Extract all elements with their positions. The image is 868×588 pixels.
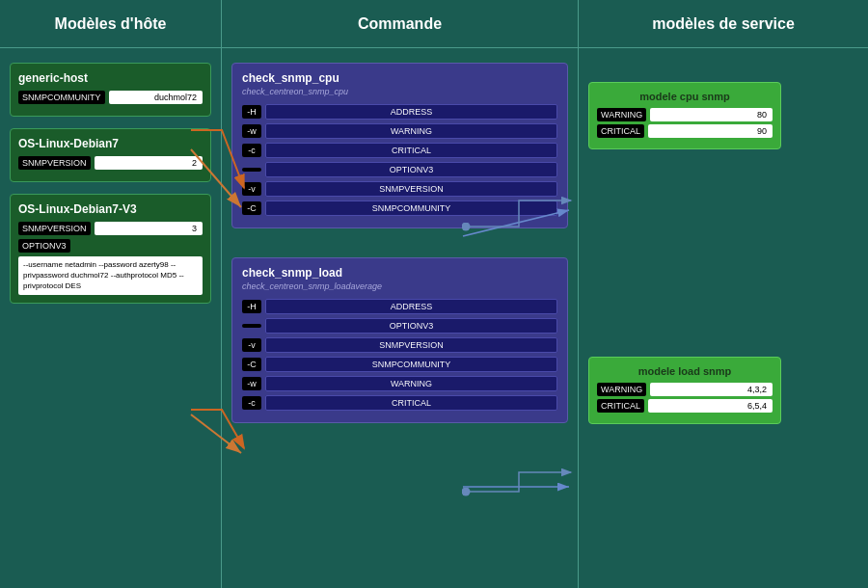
- main-content: generic-host SNMPCOMMUNITY duchmol72 OS-…: [0, 48, 868, 588]
- cmd-param-C: -C: [242, 201, 261, 215]
- cmd-param-load-h: -H: [242, 300, 261, 313]
- cmd-row-h: -H ADDRESS: [242, 104, 557, 120]
- field-label-snmpversion-v3: SNMPVERSION: [18, 222, 91, 235]
- command-title-cpu: check_snmp_cpu: [242, 71, 557, 85]
- cmd-row-load-w: -w WARNING: [242, 376, 557, 391]
- service-value-warning: 80: [650, 108, 773, 121]
- service-wrapper-load: modele load snmp WARNING 4,3,2 CRITICAL …: [588, 357, 858, 424]
- host-card-debian7-v3: OS-Linux-Debian7-V3 SNMPVERSION 3 OPTION…: [10, 194, 211, 304]
- service-field-critical: CRITICAL 90: [597, 124, 773, 138]
- cmd-row-load-C: -C SNMPCOMMUNITY: [242, 357, 557, 372]
- cmd-row-C: -C SNMPCOMMUNITY: [242, 200, 557, 216]
- cmd-value-load-warning: WARNING: [265, 376, 557, 391]
- field-value-multiline: --username netadmin --password azerty98 …: [18, 256, 203, 295]
- field-value-snmpversion-v3: 3: [95, 222, 203, 235]
- host-title-debian7-v3: OS-Linux-Debian7-V3: [18, 202, 203, 216]
- cmd-value-optionv3: OPTIONV3: [265, 162, 557, 177]
- cmd-value-critical: CRITICAL: [265, 143, 557, 158]
- host-field-snmpversion-v3: SNMPVERSION 3: [18, 222, 203, 235]
- host-card-generic: generic-host SNMPCOMMUNITY duchmol72: [10, 63, 211, 117]
- cmd-value-load-optionv3: OPTIONV3: [265, 318, 557, 334]
- cmd-row-load-optionv3: OPTIONV3: [242, 318, 557, 334]
- service-title-cpu: modele cpu snmp: [597, 91, 773, 102]
- command-card-load: check_snmp_load check_centreon_snmp_load…: [231, 257, 568, 423]
- cmd-param-v: -v: [242, 182, 261, 196]
- header-hosts-label: Modèles d'hôte: [55, 15, 167, 33]
- field-label-snmpversion: SNMPVERSION: [18, 156, 91, 170]
- service-card-cpu: modele cpu snmp WARNING 80 CRITICAL 90: [588, 82, 781, 149]
- host-title-generic: generic-host: [18, 71, 203, 85]
- command-card-cpu: check_snmp_cpu check_centreon_snmp_cpu -…: [231, 63, 568, 228]
- cmd-value-snmpcommunity: SNMPCOMMUNITY: [265, 200, 557, 216]
- service-field-load-warning: WARNING 4,3,2: [597, 383, 773, 396]
- services-panel: modele cpu snmp WARNING 80 CRITICAL 90 m…: [579, 48, 868, 588]
- service-title-load: modele load snmp: [597, 365, 773, 377]
- cmd-value-address: ADDRESS: [265, 104, 557, 120]
- cmd-param-empty1: [242, 168, 261, 172]
- host-field-optionv3: OPTIONV3: [18, 239, 203, 253]
- service-label-load-critical: CRITICAL: [597, 399, 644, 413]
- command-panel: check_snmp_cpu check_centreon_snmp_cpu -…: [222, 48, 579, 588]
- cmd-value-load-snmpcommunity: SNMPCOMMUNITY: [265, 357, 557, 372]
- cmd-row-v: -v SNMPVERSION: [242, 181, 557, 197]
- service-field-load-critical: CRITICAL 6,5,4: [597, 399, 773, 413]
- header: Modèles d'hôte Commande modèles de servi…: [0, 0, 868, 48]
- service-card-load: modele load snmp WARNING 4,3,2 CRITICAL …: [588, 357, 781, 424]
- cmd-row-load-h: -H ADDRESS: [242, 299, 557, 314]
- service-wrapper-cpu: modele cpu snmp WARNING 80 CRITICAL 90: [588, 82, 858, 149]
- command-title-load: check_snmp_load: [242, 266, 557, 280]
- field-value-community: duchmol72: [109, 91, 203, 104]
- service-label-load-warning: WARNING: [597, 383, 646, 396]
- service-value-load-warning: 4,3,2: [650, 383, 773, 396]
- cmd-param-load-w: -w: [242, 377, 261, 390]
- hosts-panel: generic-host SNMPCOMMUNITY duchmol72 OS-…: [0, 48, 222, 588]
- cmd-param-w: -w: [242, 124, 261, 138]
- header-services: modèles de service: [579, 0, 868, 47]
- cmd-param-c: -c: [242, 144, 261, 157]
- cmd-param-load-v: -v: [242, 338, 261, 352]
- service-label-warning: WARNING: [597, 108, 646, 121]
- cmd-value-warning: WARNING: [265, 123, 557, 139]
- header-command: Commande: [222, 0, 579, 47]
- service-value-critical: 90: [648, 124, 773, 138]
- cmd-row-w: -w WARNING: [242, 123, 557, 139]
- service-field-warning: WARNING 80: [597, 108, 773, 121]
- command-subtitle-cpu: check_centreon_snmp_cpu: [242, 87, 557, 96]
- cmd-value-load-critical: CRITICAL: [265, 395, 557, 411]
- header-command-label: Commande: [358, 15, 442, 33]
- header-services-label: modèles de service: [652, 15, 795, 33]
- host-field-snmpversion: SNMPVERSION 2: [18, 156, 203, 170]
- host-card-debian7: OS-Linux-Debian7 SNMPVERSION 2: [10, 128, 211, 182]
- host-title-debian7: OS-Linux-Debian7: [18, 137, 203, 150]
- host-field-community: SNMPCOMMUNITY duchmol72: [18, 91, 203, 104]
- cmd-value-snmpversion: SNMPVERSION: [265, 181, 557, 197]
- header-hosts: Modèles d'hôte: [0, 0, 222, 47]
- field-label-optionv3: OPTIONV3: [18, 239, 70, 253]
- field-label-snmpcommunity: SNMPCOMMUNITY: [18, 91, 105, 104]
- service-value-load-critical: 6,5,4: [648, 399, 773, 413]
- field-value-snmpversion: 2: [95, 156, 203, 170]
- cmd-row-c: -c CRITICAL: [242, 143, 557, 158]
- service-label-critical: CRITICAL: [597, 124, 644, 138]
- cmd-row-load-c: -c CRITICAL: [242, 395, 557, 411]
- cmd-param-h: -H: [242, 105, 261, 119]
- cmd-row-optionv3: OPTIONV3: [242, 162, 557, 177]
- cmd-value-load-address: ADDRESS: [265, 299, 557, 314]
- cmd-value-load-snmpversion: SNMPVERSION: [265, 337, 557, 353]
- cmd-param-load-empty: [242, 324, 261, 328]
- cmd-param-load-C: -C: [242, 358, 261, 371]
- cmd-row-load-v: -v SNMPVERSION: [242, 337, 557, 353]
- command-subtitle-load: check_centreon_snmp_loadaverage: [242, 281, 557, 291]
- cmd-param-load-c: -c: [242, 396, 261, 410]
